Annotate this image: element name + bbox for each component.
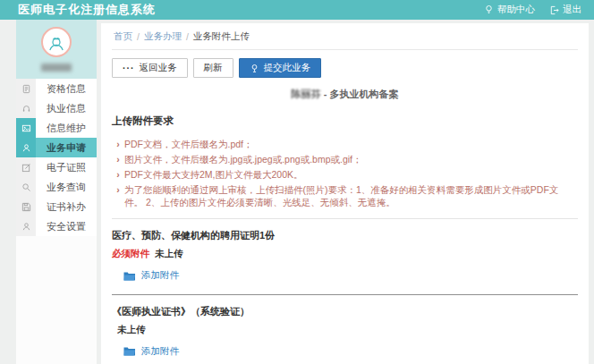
- document-icon: [16, 79, 36, 98]
- doctor-avatar-icon: [46, 31, 67, 53]
- attachment-status-line: 未上传: [112, 324, 578, 336]
- image-icon: [16, 118, 36, 138]
- sidebar: 资格信息 执业信息 信息维护 业务申请: [16, 20, 97, 364]
- sidebar-item-label: 电子证照: [36, 157, 97, 177]
- chevron-bullet-icon: ›: [112, 153, 124, 165]
- record-type: - 多执业机构备案: [321, 89, 399, 99]
- upload-requirements-list: › PDF文档，文件后缀名为.pdf； › 图片文件，文件后缀名为.jpg或.j…: [112, 138, 578, 208]
- user-lock-icon: [16, 216, 36, 236]
- sidebar-menu: 资格信息 执业信息 信息维护 业务申请: [16, 79, 97, 236]
- sidebar-item-security-settings[interactable]: 安全设置: [16, 216, 97, 236]
- app-window: 医师电子化注册信息系统 帮助中心 退出: [0, 0, 594, 364]
- requirement-item: › 图片文件，文件后缀名为.jpg或.jpeg或.png或.bmp或.gif；: [112, 153, 578, 165]
- toolbar: ··· 返回业务 刷新 提交此业务: [112, 58, 578, 78]
- sidebar-item-info-maintenance[interactable]: 信息维护: [16, 118, 97, 138]
- upload-status: 未上传: [155, 248, 183, 260]
- record-title: 陈丽芬 - 多执业机构备案: [112, 88, 578, 101]
- breadcrumb-separator: /: [137, 31, 140, 42]
- chevron-bullet-icon: ›: [112, 183, 124, 208]
- sidebar-item-label: 执业信息: [36, 98, 97, 118]
- sidebar-item-label: 业务查询: [36, 177, 97, 197]
- required-badge: 必须附件: [112, 248, 149, 260]
- sidebar-item-certificate-reissue[interactable]: 证书补办: [16, 197, 97, 216]
- requirement-item: › PDF文档，文件后缀名为.pdf；: [112, 138, 578, 150]
- requirement-item: › 为了您能顺利的通过网上审核，上传扫描件(照片)要求：1、准备好的相关资料需要…: [112, 183, 578, 208]
- headset-icon: [16, 98, 36, 118]
- avatar: [41, 27, 72, 57]
- sidebar-item-label: 安全设置: [36, 216, 97, 236]
- edit-icon: [16, 157, 36, 177]
- search-icon: [16, 177, 36, 197]
- sidebar-filler: [16, 236, 97, 364]
- floppy-save-icon: [16, 197, 36, 216]
- sidebar-item-practice-info[interactable]: 执业信息: [16, 98, 97, 118]
- logout-link[interactable]: 退出: [549, 4, 581, 16]
- folder-icon: [123, 346, 136, 356]
- lightbulb-icon: [484, 4, 494, 15]
- user-profile-block: [16, 20, 97, 79]
- sidebar-item-business-application[interactable]: 业务申请: [16, 138, 97, 157]
- breadcrumb-business-handling[interactable]: 业务办理: [144, 30, 182, 43]
- add-attachment-button[interactable]: 添加附件: [123, 269, 179, 282]
- breadcrumb-current: 业务附件上传: [193, 30, 250, 43]
- user-icon: [16, 138, 36, 157]
- patient-name: 陈丽芬: [292, 89, 321, 99]
- attachment-title: 《医师执业证书》（系统验证）: [112, 305, 578, 318]
- breadcrumb-home[interactable]: 首页: [114, 30, 132, 43]
- upload-status: 未上传: [117, 324, 146, 336]
- app-title: 医师电子化注册信息系统: [18, 2, 156, 18]
- add-attachment-button[interactable]: 添加附件: [123, 345, 179, 358]
- submit-business-button[interactable]: 提交此业务: [239, 58, 322, 78]
- sidebar-item-label: 信息维护: [36, 118, 97, 138]
- attachment-title: 医疗、预防、保健机构的聘用证明1份: [112, 229, 578, 242]
- chevron-bullet-icon: ›: [112, 138, 124, 150]
- attachment-section-practice-certificate: 《医师执业证书》（系统验证） 未上传 添加附件: [112, 295, 578, 364]
- sidebar-item-label: 证书补办: [36, 197, 97, 216]
- sidebar-item-label: 资格信息: [36, 79, 97, 98]
- sidebar-item-business-query[interactable]: 业务查询: [16, 177, 97, 197]
- sidebar-item-label: 业务申请: [36, 138, 97, 157]
- app-header: 医师电子化注册信息系统 帮助中心 退出: [0, 0, 594, 20]
- help-center-link[interactable]: 帮助中心: [484, 4, 535, 16]
- folder-icon: [123, 271, 136, 281]
- attachment-status-line: 必须附件 未上传: [112, 248, 578, 260]
- requirement-item: › PDF文件最大支持2M,图片文件最大200K。: [112, 168, 578, 181]
- main-panel: 首页 / 业务办理 / 业务附件上传 ··· 返回业务 刷新 提交此业务 陈丽芬…: [101, 23, 589, 364]
- breadcrumb-separator: /: [186, 31, 189, 42]
- ellipsis-icon: ···: [123, 63, 135, 73]
- user-name-redacted: [41, 63, 72, 72]
- chevron-bullet-icon: ›: [112, 168, 124, 181]
- upload-requirements-title: 上传附件要求: [112, 114, 578, 128]
- sidebar-item-electronic-certificate[interactable]: 电子证照: [16, 157, 97, 177]
- header-actions: 帮助中心 退出: [484, 4, 581, 16]
- back-to-business-button[interactable]: ··· 返回业务: [112, 58, 188, 78]
- attachment-section-employment-certificate: 医疗、预防、保健机构的聘用证明1份 必须附件 未上传 添加附件: [112, 219, 578, 295]
- submit-icon: [250, 63, 259, 73]
- sidebar-item-qualification-info[interactable]: 资格信息: [16, 79, 97, 98]
- refresh-button[interactable]: 刷新: [193, 58, 233, 78]
- logout-icon: [549, 5, 559, 15]
- breadcrumb: 首页 / 业务办理 / 业务附件上传: [112, 23, 578, 50]
